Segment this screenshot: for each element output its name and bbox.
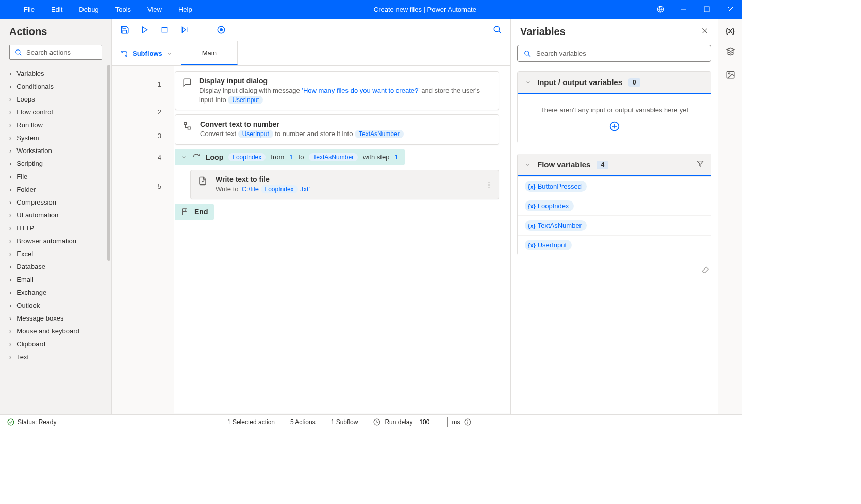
scrollbar[interactable]	[107, 65, 110, 261]
category-loops[interactable]: ›Loops	[0, 93, 111, 106]
line-5: 5	[158, 175, 161, 203]
svg-point-15	[122, 51, 123, 52]
category-message-boxes[interactable]: ›Message boxes	[0, 312, 111, 325]
menu-debug[interactable]: Debug	[71, 2, 107, 18]
tab-main[interactable]: Main	[181, 41, 238, 65]
svg-point-29	[8, 419, 14, 425]
loop-header[interactable]: Loop LoopIndex from 1 to TextAsNumber wi…	[175, 149, 405, 165]
io-variables-section: Input / output variables 0 There aren't …	[517, 71, 711, 143]
menu-help[interactable]: Help	[170, 2, 201, 18]
main-menu: File Edit Debug Tools View Help	[0, 2, 201, 18]
category-scripting[interactable]: ›Scripting	[0, 157, 111, 170]
category-database[interactable]: ›Database	[0, 260, 111, 273]
flow-variables-header[interactable]: Flow variables 4	[518, 154, 711, 176]
flow-var-buttonpressed[interactable]: {x}ButtonPressed	[518, 176, 711, 196]
svg-rect-2	[704, 7, 709, 12]
variables-search[interactable]: Search variables	[517, 45, 711, 62]
action-write-text-to-file[interactable]: Write text to file Write to 'C:\file Loo…	[190, 170, 499, 199]
dialog-icon	[183, 77, 192, 89]
rail-ui-elements-button[interactable]	[726, 47, 735, 58]
category-email[interactable]: ›Email	[0, 273, 111, 286]
menu-edit[interactable]: Edit	[43, 2, 71, 18]
svg-rect-18	[188, 127, 191, 130]
status-subflows: 1 Subflow	[331, 418, 358, 426]
eraser-button[interactable]	[511, 260, 718, 279]
category-excel[interactable]: ›Excel	[0, 247, 111, 260]
svg-point-13	[494, 26, 500, 32]
save-button[interactable]	[120, 25, 129, 35]
run-button[interactable]	[141, 26, 149, 34]
category-folder[interactable]: ›Folder	[0, 183, 111, 196]
line-3: 3	[158, 125, 161, 146]
loop-end[interactable]: End	[175, 204, 214, 220]
flow-variables-section: Flow variables 4 {x}ButtonPressed {x}Loo…	[517, 154, 711, 255]
environment-indicator[interactable]	[650, 6, 671, 13]
category-file[interactable]: ›File	[0, 170, 111, 183]
action-loop[interactable]: Loop LoopIndex from 1 to TextAsNumber wi…	[175, 149, 499, 224]
info-icon[interactable]	[464, 418, 471, 426]
category-variables[interactable]: ›Variables	[0, 67, 111, 80]
flow-var-loopindex[interactable]: {x}LoopIndex	[518, 196, 711, 215]
action-title: Display input dialog	[199, 77, 491, 85]
action-convert-text-to-number[interactable]: Convert text to number Convert text User…	[175, 114, 499, 144]
window-controls	[650, 0, 742, 19]
write-file-icon	[198, 175, 208, 187]
action-display-input-dialog[interactable]: Display input dialog Display input dialo…	[175, 71, 499, 110]
run-delay-control: Run delay ms	[373, 417, 471, 427]
designer-toolbar	[112, 19, 510, 41]
category-outlook[interactable]: ›Outlook	[0, 299, 111, 312]
filter-button[interactable]	[697, 160, 704, 169]
svg-marker-7	[142, 27, 147, 33]
maximize-button[interactable]	[695, 0, 719, 19]
more-options-button[interactable]: ⋮	[486, 180, 492, 188]
close-panel-button[interactable]	[701, 27, 708, 36]
add-io-variable-button[interactable]	[525, 114, 704, 136]
variables-heading: Variables	[520, 26, 701, 38]
menu-view[interactable]: View	[139, 2, 170, 18]
actions-tree[interactable]: ›Variables ›Conditionals ›Loops ›Flow co…	[0, 65, 111, 414]
svg-rect-8	[162, 27, 167, 32]
search-icon	[524, 50, 531, 57]
actions-search[interactable]: Search actions	[9, 45, 102, 60]
rail-variables-button[interactable]: {x}	[726, 27, 735, 35]
category-flow-control[interactable]: ›Flow control	[0, 106, 111, 119]
category-mouse-keyboard[interactable]: ›Mouse and keyboard	[0, 325, 111, 338]
status-actions: 5 Actions	[290, 418, 316, 426]
category-compression[interactable]: ›Compression	[0, 196, 111, 209]
flow-designer[interactable]: 1 2 3 4 5 Display input dialog Display i…	[112, 66, 510, 414]
stop-button[interactable]	[160, 26, 169, 34]
flow-count-badge: 4	[597, 161, 608, 169]
category-exchange[interactable]: ›Exchange	[0, 286, 111, 299]
action-description: Write to 'C:\file LoopIndex .txt'	[216, 184, 310, 194]
step-button[interactable]	[180, 26, 189, 34]
run-delay-input[interactable]	[417, 417, 448, 427]
minimize-button[interactable]	[671, 0, 695, 19]
chevron-down-icon[interactable]	[181, 154, 187, 160]
category-http[interactable]: ›HTTP	[0, 222, 111, 234]
convert-icon	[183, 120, 193, 132]
category-run-flow[interactable]: ›Run flow	[0, 119, 111, 131]
action-title: Convert text to number	[200, 120, 404, 128]
flow-var-userinput[interactable]: {x}UserInput	[518, 235, 711, 255]
svg-marker-26	[697, 161, 703, 167]
flow-var-textasnumber[interactable]: {x}TextAsNumber	[518, 215, 711, 235]
category-system[interactable]: ›System	[0, 131, 111, 144]
category-workstation[interactable]: ›Workstation	[0, 144, 111, 157]
record-button[interactable]	[217, 25, 226, 35]
category-browser-automation[interactable]: ›Browser automation	[0, 234, 111, 247]
designer-search-button[interactable]	[493, 25, 502, 35]
variables-panel: Variables Search variables Input / outpu…	[510, 19, 718, 414]
flow-canvas[interactable]: Display input dialog Display input dialo…	[174, 66, 510, 414]
category-text[interactable]: ›Text	[0, 350, 111, 363]
category-clipboard[interactable]: ›Clipboard	[0, 338, 111, 350]
close-button[interactable]	[719, 0, 742, 19]
menu-file[interactable]: File	[15, 2, 43, 18]
menu-tools[interactable]: Tools	[107, 2, 139, 18]
line-gutter: 1 2 3 4 5	[112, 66, 174, 414]
subflows-dropdown[interactable]: Subflows	[112, 41, 181, 65]
rail-images-button[interactable]	[726, 70, 735, 81]
io-variables-header[interactable]: Input / output variables 0	[518, 72, 711, 94]
category-conditionals[interactable]: ›Conditionals	[0, 80, 111, 93]
line-2: 2	[158, 101, 161, 125]
category-ui-automation[interactable]: ›UI automation	[0, 209, 111, 222]
